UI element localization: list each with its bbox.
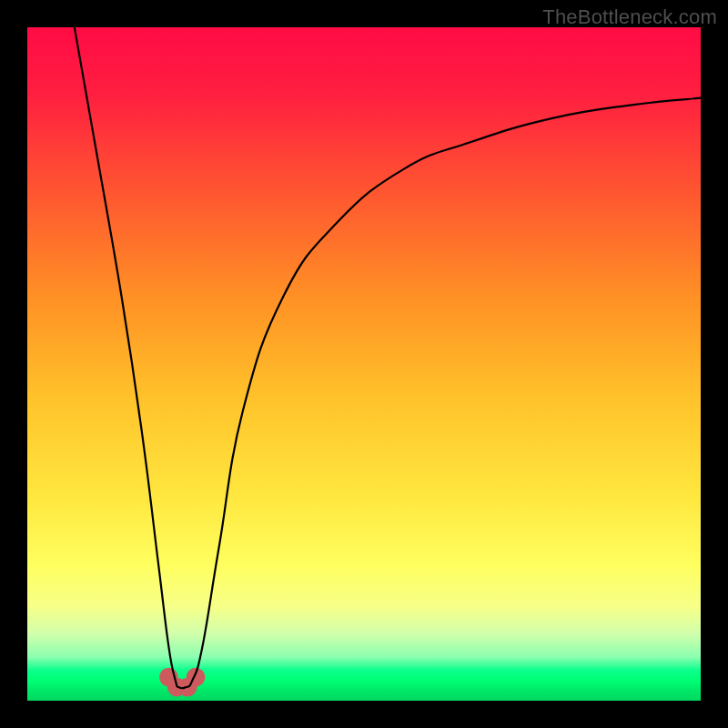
watermark-text: TheBottleneck.com (542, 5, 717, 29)
notch-markers (159, 668, 205, 697)
notch-marker (187, 668, 206, 687)
plot-frame (27, 27, 701, 701)
chart-svg (27, 27, 701, 701)
bottleneck-curve (75, 27, 701, 688)
